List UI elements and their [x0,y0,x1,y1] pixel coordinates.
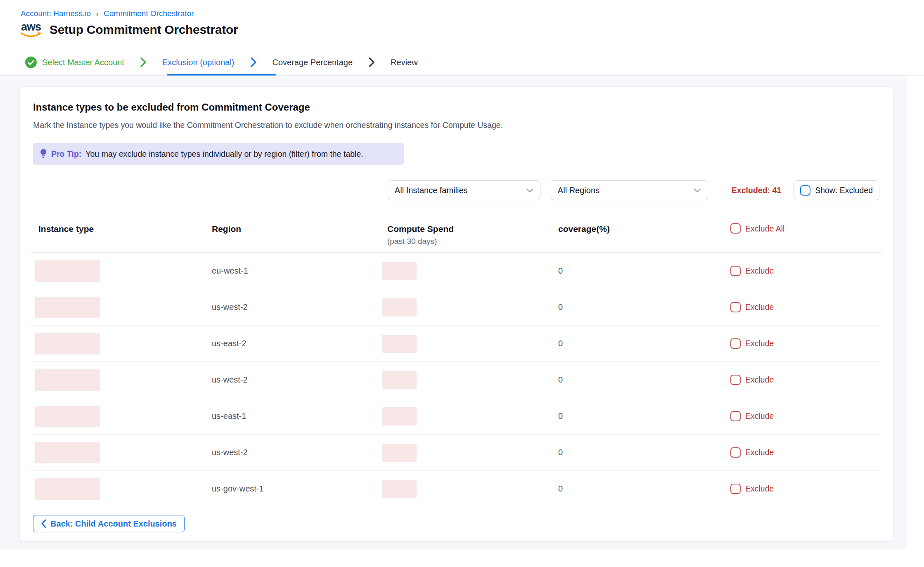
breadcrumb: Account: Harness.io › Commitment Orchest… [21,9,194,18]
exclude-label: Exclude [745,266,774,276]
table-row: us-west-2 0 Exclude [31,435,881,471]
show-excluded-toggle[interactable]: Show: Excluded [794,180,879,200]
redacted-compute-spend [382,262,417,280]
chevron-right-icon [249,57,258,68]
regions-select[interactable]: All Regions [551,180,708,200]
table-row: us-east-1 0 Exclude [31,398,881,435]
table-row: eu-west-1 0 Exclude [31,253,881,289]
stepper: Select Master Account Exclusion (optiona… [0,50,924,76]
exclude-label: Exclude [745,448,774,457]
back-button-label: Back: Child Account Exclusions [50,519,177,529]
show-excluded-checkbox[interactable] [800,185,810,196]
coverage-cell: 0 [558,302,563,312]
redacted-instance-type [35,406,100,427]
exclusion-panel: Instance types to be excluded from Commi… [20,87,893,541]
aws-smile-icon [20,32,42,38]
coverage-cell: 0 [558,411,563,421]
protip-banner: Pro Tip: You may exclude instance types … [33,143,404,165]
instance-families-select[interactable]: All Instance families [388,180,540,200]
panel-subheading: Mark the Instance types you would like t… [33,120,503,130]
region-cell: us-west-2 [212,375,248,384]
redacted-compute-spend [382,480,417,498]
exclusion-table: Instance type Region Compute Spend (past… [31,216,881,507]
aws-logo-text: aws [21,21,41,33]
region-cell: us-east-2 [212,339,246,348]
table-body: eu-west-1 0 Exclude us-west-2 0 Exclude … [31,253,881,507]
exclude-label: Exclude [745,302,774,312]
header-exclude-all: Exclude All [730,216,881,252]
redacted-instance-type [35,297,100,318]
step-label: Exclusion (optional) [162,58,235,67]
protip-label: Pro Tip: [51,149,81,159]
redacted-instance-type [35,369,100,391]
page-title: Setup Commitment Orchestrator [50,23,238,37]
header-compute-spend-title: Compute Spend [387,224,558,234]
title-row: aws Setup Commitment Orchestrator [20,21,238,38]
coverage-cell: 0 [558,339,563,348]
redacted-compute-spend [382,407,417,425]
breadcrumb-page-link[interactable]: Commitment Orchestrator [104,9,194,18]
coverage-cell: 0 [558,448,563,457]
header-coverage: coverage(%) [558,216,730,252]
redacted-instance-type [35,442,100,463]
breadcrumb-account-link[interactable]: Account: Harness.io [21,9,91,18]
region-cell: us-west-2 [212,302,248,312]
chevron-down-icon [526,188,533,193]
filter-divider [719,183,719,197]
exclude-checkbox[interactable] [730,411,741,421]
filter-bar: All Instance families All Regions Exclud… [388,180,879,200]
header-compute-spend: Compute Spend (past 30 days) [382,216,558,252]
chevron-right-icon [139,57,147,68]
step-select-master-account[interactable]: Select Master Account [25,56,124,69]
redacted-instance-type [35,260,100,282]
excluded-count-badge: Excluded: 41 [732,186,781,195]
exclude-label: Exclude [745,375,774,385]
redacted-instance-type [35,478,100,500]
coverage-cell: 0 [558,266,563,275]
page: Account: Harness.io › Commitment Orchest… [0,0,924,567]
exclude-all-label: Exclude All [745,224,784,234]
region-cell: eu-west-1 [212,266,248,275]
redacted-compute-spend [382,335,417,353]
exclude-checkbox[interactable] [730,266,741,276]
protip-text: You may exclude instance types individua… [85,149,363,159]
exclude-label: Exclude [745,484,774,494]
step-label: Select Master Account [42,58,124,67]
redacted-compute-spend [382,444,417,462]
region-cell: us-gov-west-1 [212,484,264,493]
exclude-checkbox[interactable] [730,338,741,349]
header-compute-spend-sub: (past 30 days) [387,237,558,246]
step-label: Coverage Percentage [272,58,353,67]
lightbulb-icon [40,149,47,159]
content-background: Instance types to be excluded from Commi… [0,76,907,549]
exclude-label: Exclude [745,411,774,421]
redacted-compute-spend [382,298,417,317]
redacted-instance-type [35,333,100,354]
table-header-row: Instance type Region Compute Spend (past… [31,216,881,253]
exclude-checkbox[interactable] [730,484,741,494]
exclude-checkbox[interactable] [730,302,741,312]
table-row: us-east-2 0 Exclude [31,326,881,362]
show-excluded-label: Show: Excluded [815,186,873,195]
table-row: us-west-2 0 Exclude [31,362,881,398]
chevron-right-icon [367,57,376,68]
chevron-down-icon [694,188,701,193]
step-exclusion-optional[interactable]: Exclusion (optional) [162,58,235,67]
step-review[interactable]: Review [391,58,418,67]
topbar: Account: Harness.io › Commitment Orchest… [0,0,924,50]
aws-logo: aws [20,21,42,38]
exclude-checkbox[interactable] [730,375,741,385]
region-cell: us-east-1 [212,411,246,421]
step-coverage-percentage[interactable]: Coverage Percentage [272,58,353,67]
right-margin [907,76,924,549]
exclude-checkbox[interactable] [730,447,741,458]
chevron-left-icon [41,519,46,528]
instance-families-value: All Instance families [395,186,468,195]
header-instance-type: Instance type [31,216,212,252]
redacted-compute-spend [382,371,417,389]
exclude-all-checkbox[interactable] [730,223,741,234]
exclude-label: Exclude [745,339,774,348]
regions-value: All Regions [558,186,599,195]
step-label: Review [391,58,418,67]
back-button[interactable]: Back: Child Account Exclusions [33,515,185,532]
